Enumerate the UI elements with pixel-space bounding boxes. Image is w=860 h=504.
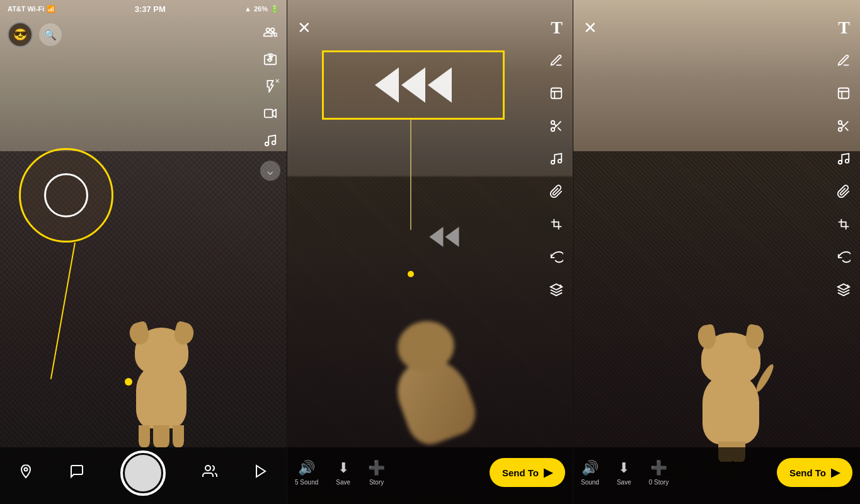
- text-tool-button[interactable]: T: [551, 18, 563, 38]
- svg-point-7: [551, 121, 555, 125]
- save-label: Save: [336, 479, 350, 486]
- stories-button[interactable]: [253, 464, 268, 483]
- dog-leg: [153, 425, 164, 447]
- story-label: Story: [369, 479, 384, 486]
- p3-dog-ear-right: [744, 324, 765, 350]
- p3-undo-icon: [837, 250, 851, 264]
- p3-layers-tool-button[interactable]: [834, 280, 854, 300]
- right-toolbar: [546, 50, 566, 300]
- svg-point-23: [839, 161, 842, 164]
- rewind-sticker[interactable]: [322, 50, 505, 120]
- camera-panel: AT&T Wi-Fi 📶 3:37 PM ▲ 26% 🔋 😎 🔍 ✕: [0, 0, 287, 504]
- chevron-down-icon: ⌵: [267, 165, 273, 177]
- status-right: ▲ 26% 🔋: [244, 5, 279, 13]
- p3-send-arrow-icon: ▶: [831, 466, 840, 479]
- add-friend-icon: [263, 25, 277, 39]
- blurred-dog: [385, 302, 486, 441]
- p3-music-icon: [837, 152, 851, 166]
- friends-button[interactable]: [202, 464, 217, 483]
- zoom-ring: [44, 173, 88, 217]
- pencil-tool-button[interactable]: [546, 50, 566, 71]
- p3-text-tool-button[interactable]: T: [838, 18, 850, 38]
- p3-sound-button[interactable]: 🔊 Sound: [581, 460, 599, 486]
- add-friend-button[interactable]: [263, 25, 277, 42]
- sound-button[interactable]: 🔊 5 Sound: [295, 460, 318, 486]
- sticker-tool-button[interactable]: [546, 83, 566, 103]
- dog-leg: [173, 425, 184, 447]
- pencil-icon: [549, 54, 563, 67]
- p3-pencil-tool-button[interactable]: [834, 50, 854, 71]
- p3-top-bar: ✕ T: [573, 18, 860, 38]
- search-button[interactable]: 🔍: [39, 23, 62, 46]
- p3-music-tool-button[interactable]: [834, 149, 854, 169]
- p3-save-label: Save: [617, 479, 631, 486]
- flip-camera-icon: [263, 52, 277, 66]
- rewind-arrow-1: [375, 67, 399, 103]
- p3-send-to-button[interactable]: Send To ▶: [777, 458, 852, 487]
- status-bar: AT&T Wi-Fi 📶 3:37 PM ▲ 26% 🔋: [0, 0, 287, 18]
- rewind-arrows: [375, 67, 452, 103]
- flip-camera-button[interactable]: [263, 52, 277, 69]
- snap-editor-panel: ✕ T 🔊 Sound: [573, 0, 860, 504]
- shutter-button[interactable]: [120, 450, 166, 496]
- p3-close-button[interactable]: ✕: [583, 18, 597, 38]
- p3-save-button[interactable]: ⬇ Save: [617, 460, 631, 486]
- location-button[interactable]: [18, 464, 33, 483]
- music-tool-button[interactable]: [546, 149, 566, 169]
- story-button[interactable]: ➕ Story: [368, 460, 385, 486]
- crop-tool-button[interactable]: [546, 214, 566, 234]
- p3-save-icon: ⬇: [618, 460, 629, 476]
- p3-crop-tool-button[interactable]: [834, 214, 854, 234]
- music-button[interactable]: [263, 134, 277, 151]
- avatar[interactable]: 😎: [8, 22, 33, 47]
- video-filter-button[interactable]: [263, 106, 277, 123]
- p3-link-tool-button[interactable]: [834, 181, 854, 202]
- link-tool-button[interactable]: [546, 181, 566, 202]
- video-filter-icon: [263, 106, 277, 120]
- p3-dog-ear-left: [696, 324, 718, 350]
- svg-point-3: [272, 141, 276, 145]
- p3-scissors-tool-button[interactable]: [834, 116, 854, 136]
- battery-icon: 🔋: [270, 5, 279, 13]
- save-button[interactable]: ⬇ Save: [336, 460, 350, 486]
- p3-sound-label: Sound: [581, 479, 599, 486]
- p3-sticker-tool-button[interactable]: [834, 83, 854, 103]
- sound-label: 5 Sound: [295, 479, 318, 486]
- carrier-text: AT&T Wi-Fi: [8, 5, 44, 13]
- p3-undo-tool-button[interactable]: [834, 247, 854, 267]
- dog-head: [135, 328, 188, 375]
- chat-button[interactable]: [69, 464, 84, 483]
- svg-rect-0: [265, 110, 273, 118]
- send-to-button[interactable]: Send To ▶: [490, 458, 565, 487]
- close-button[interactable]: ✕: [297, 18, 311, 38]
- undo-tool-button[interactable]: [546, 247, 566, 267]
- more-tools-button[interactable]: ⌵: [260, 161, 280, 181]
- svg-point-4: [205, 466, 210, 471]
- flash-button[interactable]: ✕: [263, 79, 277, 96]
- svg-point-18: [839, 121, 842, 125]
- svg-line-11: [554, 123, 556, 126]
- svg-marker-5: [256, 466, 265, 477]
- p3-story-button[interactable]: ➕ 0 Story: [649, 460, 669, 486]
- svg-rect-17: [839, 88, 849, 99]
- location-icon-path: [21, 465, 30, 478]
- svg-point-19: [839, 128, 842, 132]
- scissors-tool-button[interactable]: [546, 116, 566, 136]
- editor-top-bar: ✕ T: [287, 18, 573, 38]
- p3-snap-bottom-left: 🔊 Sound ⬇ Save ➕ 0 Story: [581, 460, 777, 486]
- send-arrow-icon: ▶: [544, 466, 553, 479]
- scissors-icon: [549, 119, 563, 133]
- p3-story-icon: ➕: [650, 460, 667, 476]
- connector-dot: [408, 271, 414, 277]
- svg-point-2: [265, 142, 269, 146]
- signal-icon: ▲: [244, 5, 251, 13]
- small-arrow-1: [430, 227, 444, 247]
- dog-ear-left: [127, 321, 151, 347]
- sound-icon: 🔊: [298, 460, 315, 476]
- layers-tool-button[interactable]: [546, 280, 566, 300]
- right-tools: ✕ ⌵: [260, 25, 280, 181]
- svg-line-21: [845, 127, 848, 130]
- snap-bottom-left: 🔊 5 Sound ⬇ Save ➕ Story: [295, 460, 490, 486]
- p3-send-to-label: Send To: [789, 467, 826, 478]
- svg-line-10: [558, 127, 561, 130]
